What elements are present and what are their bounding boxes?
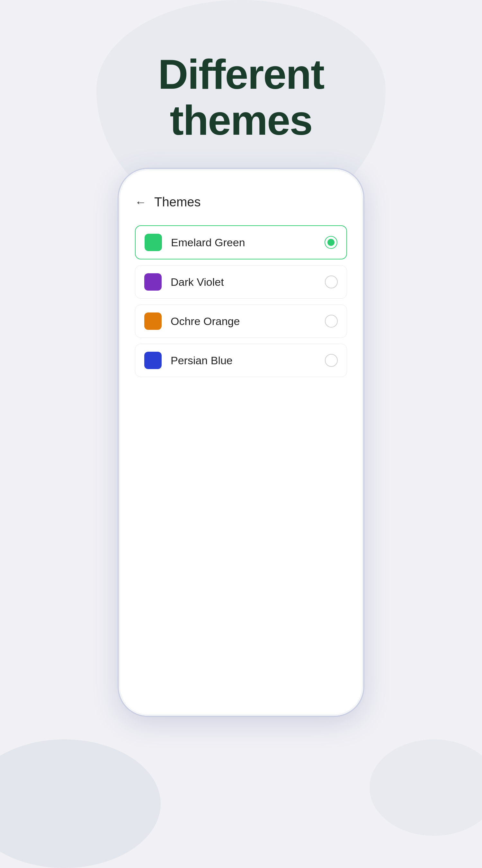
back-button[interactable]: ← <box>135 195 147 209</box>
theme-item-violet[interactable]: Dark Violet <box>135 265 347 299</box>
theme-name-violet: Dark Violet <box>171 276 325 288</box>
color-swatch-blue <box>144 352 162 369</box>
color-swatch-emerald <box>144 234 162 251</box>
theme-item-orange[interactable]: Ochre Orange <box>135 305 347 338</box>
hero-line1: Different <box>158 51 324 98</box>
screen-title: Themes <box>154 195 201 209</box>
color-swatch-violet <box>144 273 162 290</box>
background-bottom-left <box>0 739 161 868</box>
theme-name-orange: Ochre Orange <box>171 315 325 328</box>
radio-violet[interactable] <box>325 276 338 288</box>
radio-blue[interactable] <box>325 354 338 367</box>
phone-mockup: ← Themes Emelard Green Dark Violet Ochre… <box>119 169 363 716</box>
theme-name-blue: Persian Blue <box>171 354 325 367</box>
theme-item-blue[interactable]: Persian Blue <box>135 344 347 377</box>
theme-list: Emelard Green Dark Violet Ochre Orange P… <box>135 225 347 377</box>
hero-section: Different themes <box>158 52 324 144</box>
background-bottom-right <box>369 739 482 836</box>
radio-orange[interactable] <box>325 315 338 328</box>
theme-name-emerald: Emelard Green <box>171 236 325 249</box>
screen-header: ← Themes <box>135 195 347 209</box>
hero-title: Different themes <box>158 52 324 144</box>
color-swatch-orange <box>144 312 162 330</box>
theme-item-emerald[interactable]: Emelard Green <box>135 225 347 259</box>
hero-line2: themes <box>170 97 312 144</box>
radio-inner-emerald <box>327 239 334 246</box>
radio-emerald[interactable] <box>325 236 338 249</box>
